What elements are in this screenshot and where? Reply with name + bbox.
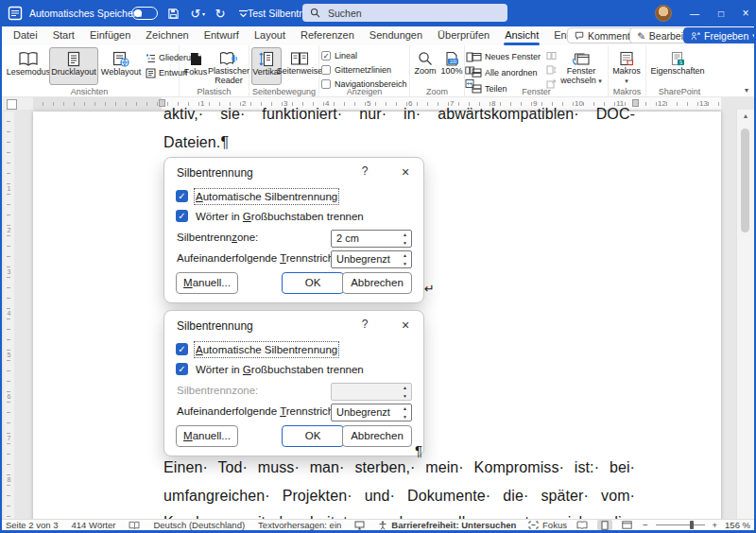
hyphenation-zone-spinner[interactable]: 2 cm ▲▼	[331, 230, 412, 248]
alle-anordnen-button[interactable]: Alle anordnen	[470, 66, 542, 79]
accessibility-status[interactable]: Barrierefreiheit: Untersuchen	[378, 520, 516, 530]
zoom-slider[interactable]	[656, 520, 705, 530]
consecutive-hyphens-spinner[interactable]: Unbegrenzt ▲▼	[331, 250, 412, 268]
close-button[interactable]: ×	[733, 0, 756, 26]
collapse-ribbon-icon[interactable]: ▾	[745, 86, 748, 95]
svg-text:100: 100	[450, 60, 457, 64]
web-layout-view-button[interactable]	[620, 520, 635, 530]
word-count[interactable]: 414 Wörter	[71, 520, 115, 530]
tab-ansicht[interactable]: Ansicht	[497, 26, 546, 45]
fokus-button[interactable]: Fokus	[181, 47, 210, 85]
word-app-icon[interactable]	[8, 0, 23, 26]
proofing-icon[interactable]	[129, 521, 140, 530]
hyphenation-zone-spinner-disabled: ▲▼	[331, 383, 412, 401]
cancel-button[interactable]: Abbrechen	[342, 272, 412, 294]
focus-mode-toggle[interactable]: Fokus	[528, 520, 567, 530]
neues-fenster-button[interactable]: Neues Fenster	[470, 50, 542, 63]
seitenweise-button[interactable]: Seitenweise	[282, 47, 318, 85]
tab-datei[interactable]: Datei	[6, 26, 45, 45]
page-indicator[interactable]: Seite 2 von 3	[6, 520, 58, 530]
accessibility-icon	[378, 521, 387, 530]
caps-hyphenation-checkbox[interactable]: ✓	[176, 210, 188, 222]
group-fenster: Neues Fenster Alle anordnen Teilen Fenst…	[465, 45, 609, 96]
weblayout-button[interactable]: Weblayout	[98, 47, 144, 85]
ruler-corner	[0, 97, 33, 110]
redo-button[interactable]: ↻	[210, 0, 231, 26]
tab-layout[interactable]: Layout	[247, 26, 293, 45]
text-predictions[interactable]: Textvorhersagen: ein	[258, 520, 341, 530]
auto-hyphenation-checkbox[interactable]: ✓	[176, 343, 188, 355]
comment-icon	[575, 31, 584, 41]
spin-up-icon[interactable]: ▲	[399, 404, 411, 413]
eigenschaften-button[interactable]: S Eigenschaften	[648, 47, 707, 85]
caps-hyphenation-checkbox[interactable]: ✓	[176, 363, 188, 375]
spin-up-icon[interactable]: ▲	[399, 231, 411, 239]
ok-button[interactable]: OK	[282, 272, 344, 294]
scrollbar-thumb[interactable]	[741, 129, 749, 232]
minimize-button[interactable]: —	[682, 0, 707, 26]
spin-down-icon[interactable]: ▼	[399, 239, 411, 248]
display-settings-icon[interactable]	[354, 521, 365, 530]
tab-referenzen[interactable]: Referenzen	[293, 26, 362, 45]
help-icon[interactable]: ?	[355, 318, 374, 331]
outline-view-icon	[146, 52, 156, 63]
tab-einfuegen[interactable]: Einfügen	[82, 26, 138, 45]
auto-hyphenation-checkbox[interactable]: ✓	[176, 190, 188, 202]
search-input[interactable]	[326, 7, 500, 20]
lineal-checkbox[interactable]: ✓ Lineal	[321, 50, 407, 61]
doc-text-line[interactable]: umfangreichen· Projekten· und· Dokumente…	[163, 488, 635, 505]
manual-button[interactable]: Manuell...	[176, 425, 238, 447]
help-icon[interactable]: ?	[355, 164, 374, 178]
vertical-ruler[interactable]: 12345678	[4, 112, 14, 519]
view-side-by-side-icon[interactable]	[546, 50, 557, 61]
zoom-button[interactable]: Zoom	[412, 47, 438, 85]
language-indicator[interactable]: Deutsch (Deutschland)	[153, 520, 245, 530]
makros-button[interactable]: Makros ▾	[610, 47, 643, 85]
share-button[interactable]: Freigeben ▾	[683, 27, 756, 43]
doc-text-line[interactable]: Dateien.¶	[163, 134, 635, 151]
gitternetzlinien-checkbox[interactable]: Gitternetzlinien	[321, 64, 407, 76]
zoom-out-button[interactable]: −	[643, 520, 648, 530]
search-icon	[310, 8, 320, 18]
doc-text-line[interactable]: aktiv,· sie· funktioniert· nur· in· abwä…	[163, 106, 635, 123]
doc-text-line-partial[interactable]: Kunden· weiterbearbeitet· werden· sollen…	[163, 514, 635, 519]
spin-up-icon[interactable]: ▲	[399, 251, 411, 260]
zoom-slider-thumb[interactable]	[690, 521, 694, 529]
close-icon[interactable]: ×	[395, 163, 416, 181]
doc-text-line[interactable]: Einen· Tod· muss· man· sterben,· mein· K…	[163, 459, 635, 476]
group-ansichten: Lesemodus Drucklayout Weblayout Gliederu…	[0, 45, 180, 96]
zoom-level[interactable]: 156 %	[725, 520, 750, 530]
consecutive-hyphens-spinner[interactable]: Unbegrenzt ▲▼	[331, 404, 412, 421]
tab-sendungen[interactable]: Sendungen	[362, 26, 430, 45]
autosave-toggle[interactable]	[131, 0, 158, 26]
synchronous-scrolling-icon[interactable]	[546, 64, 557, 76]
tab-selector[interactable]	[7, 99, 17, 110]
read-mode-icon	[18, 51, 39, 67]
manual-button[interactable]: Manuell...	[176, 272, 238, 294]
search-box[interactable]	[302, 4, 507, 22]
zoom-100-button[interactable]: 100 100%	[438, 47, 465, 85]
save-button[interactable]	[163, 0, 183, 26]
tab-start[interactable]: Start	[45, 26, 82, 45]
ok-button[interactable]: OK	[282, 425, 344, 447]
spin-down-icon[interactable]: ▼	[399, 260, 411, 268]
maximize-button[interactable]: □	[709, 0, 733, 26]
scroll-up-icon[interactable]: ▲	[737, 112, 754, 119]
print-layout-view-button[interactable]	[597, 520, 612, 530]
undo-dropdown-icon[interactable]: ▾	[202, 0, 205, 26]
avatar[interactable]	[655, 5, 672, 22]
fenster-wechseln-button[interactable]: Fenster wechseln ▾	[557, 47, 606, 85]
drucklayout-button[interactable]: Drucklayout	[49, 47, 98, 85]
read-mode-view-button[interactable]	[575, 520, 590, 530]
tab-ueberpruefen[interactable]: Überprüfen	[430, 26, 497, 45]
group-makros: Makros ▾ Makros	[609, 45, 646, 96]
plastischer-reader-button[interactable]: Plastischer Reader	[210, 47, 248, 85]
zoom-in-button[interactable]: +	[713, 520, 718, 530]
tab-zeichnen[interactable]: Zeichnen	[138, 26, 196, 45]
vertical-scrollbar[interactable]: ▲	[736, 110, 754, 519]
close-icon[interactable]: ×	[395, 316, 416, 335]
cancel-button[interactable]: Abbrechen	[342, 425, 412, 447]
tab-entwurf[interactable]: Entwurf	[197, 26, 247, 45]
lesemodus-button[interactable]: Lesemodus	[8, 47, 49, 85]
spin-down-icon[interactable]: ▼	[399, 413, 411, 421]
